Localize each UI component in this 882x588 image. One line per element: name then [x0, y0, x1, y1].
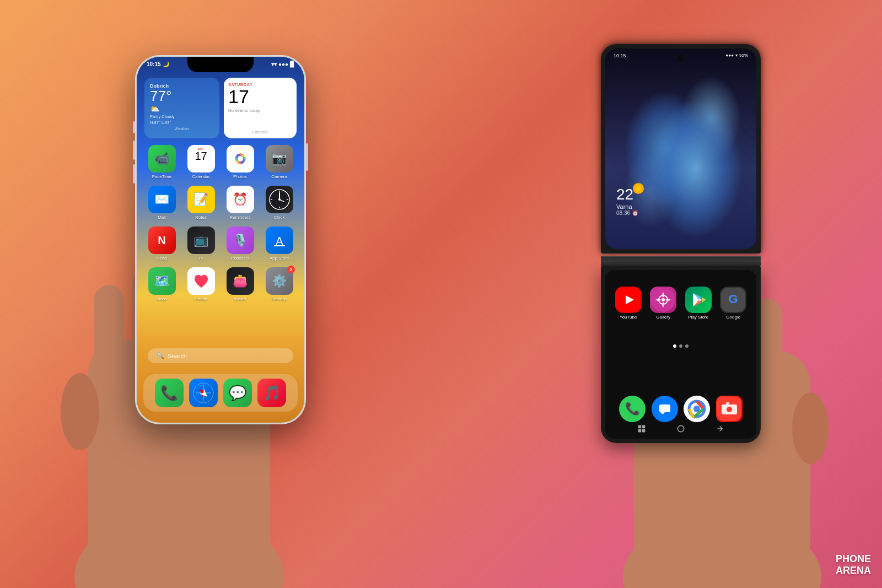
samsung-dock-chrome[interactable]: [684, 396, 710, 422]
app-gallery[interactable]: Gallery: [648, 287, 679, 320]
weather-city: Dobrich: [150, 83, 214, 89]
svg-point-68: [677, 425, 684, 431]
calendar-widget[interactable]: SATURDAY 17 No events today Calendar: [224, 78, 297, 138]
app-calendar[interactable]: SAT 17 Calendar: [185, 145, 217, 179]
iphone-status-bar: 10:15 🌙 ▾▾ ●●● ▉: [137, 61, 304, 67]
calendar-label: Calendar: [228, 130, 292, 134]
samsung-flower-wallpaper: [605, 48, 756, 249]
samsung-dock: 📞: [605, 396, 756, 422]
samsung-recents-btn[interactable]: [714, 423, 725, 434]
tv-icon: 📺: [187, 226, 215, 254]
samsung-back-btn[interactable]: [636, 423, 647, 434]
samsung-weather-time: 08:36 ⏰: [616, 210, 639, 216]
facetime-icon: 📹: [148, 145, 176, 172]
maps-icon: 🗺️: [148, 267, 176, 295]
app-health[interactable]: Health: [185, 267, 217, 301]
app-news[interactable]: N News: [146, 226, 178, 261]
weather-widget[interactable]: Dobrich 77° ⛅ Partly Cloudy H:87° L:63° …: [144, 78, 219, 138]
svg-point-13: [792, 392, 829, 464]
app-tv[interactable]: 📺 TV: [185, 226, 217, 261]
iphone-battery-icon: ▉: [290, 61, 294, 67]
playstore-icon: [685, 287, 712, 313]
app-row-2: ✉️ Mail 📝 Notes ⏰ Reminders: [142, 186, 299, 220]
dock-music-icon[interactable]: 🎵: [257, 379, 286, 407]
svg-rect-67: [642, 429, 645, 433]
app-maps[interactable]: 🗺️ Maps: [146, 267, 178, 301]
samsung-galaxy-z-flip: 10:15 ●●● ▾ 92% 22° Varna 08:36 ⏰: [601, 44, 761, 441]
svg-text:A: A: [276, 235, 283, 247]
app-playstore[interactable]: Play Store: [683, 287, 713, 320]
google-icon: G: [720, 287, 746, 313]
iphone-volume-down-btn[interactable]: [133, 164, 135, 184]
samsung-battery: 92%: [739, 53, 748, 58]
iphone-screen: 10:15 🌙 ▾▾ ●●● ▉ Dobrich 77° ⛅ Partly Cl…: [137, 57, 304, 423]
camera-icon: 📷: [266, 145, 293, 172]
samsung-app-grid: YouTube: [605, 281, 756, 333]
iphone-signal-icon: ●●●: [278, 61, 288, 67]
settings-icon: ⚙️ 2: [266, 267, 293, 295]
app-podcasts[interactable]: 🎙️ Podcasts: [224, 226, 256, 261]
google-label: Google: [726, 315, 740, 320]
svg-rect-64: [638, 425, 641, 429]
app-facetime[interactable]: 📹 FaceTime: [146, 145, 178, 179]
dock-messages-icon[interactable]: 💬: [223, 379, 252, 407]
app-camera[interactable]: 📷 Camera: [263, 145, 295, 179]
weather-highlow: H:87° L:63°: [150, 120, 214, 125]
weather-condition: Partly Cloudy: [150, 114, 214, 119]
samsung-flower-dot: [633, 183, 644, 194]
samsung-upper-screen: 10:15 ●●● ▾ 92% 22° Varna 08:36 ⏰: [605, 48, 756, 249]
weather-temp: 77°: [150, 89, 214, 103]
samsung-lower-screen: YouTube: [605, 270, 756, 439]
dock-safari-icon[interactable]: [189, 379, 218, 407]
app-appstore[interactable]: A App Store: [263, 226, 295, 261]
page-dot-3: [685, 344, 689, 348]
app-notes[interactable]: 📝 Notes: [185, 186, 217, 220]
iphone-app-grid: 📹 FaceTime SAT 17 Calendar: [142, 145, 299, 308]
samsung-dock-phone[interactable]: 📞: [619, 396, 646, 422]
mail-icon: ✉️: [148, 186, 176, 213]
svg-rect-63: [726, 402, 729, 405]
samsung-home-btn[interactable]: [675, 423, 686, 434]
svg-point-21: [238, 156, 243, 161]
samsung-upper-half: 10:15 ●●● ▾ 92% 22° Varna 08:36 ⏰: [601, 44, 761, 253]
dock-phone-icon[interactable]: 📞: [155, 379, 184, 407]
samsung-app-row-1: YouTube: [611, 287, 751, 320]
iphone: 10:15 🌙 ▾▾ ●●● ▉ Dobrich 77° ⛅ Partly Cl…: [135, 55, 306, 424]
iphone-mute-btn[interactable]: [133, 121, 135, 133]
app-wallet[interactable]: 👛 Wallet: [224, 267, 256, 301]
app-youtube[interactable]: YouTube: [613, 287, 643, 320]
app-reminders[interactable]: ⏰ Reminders: [224, 186, 256, 220]
photos-icon: [227, 145, 254, 172]
iphone-power-btn[interactable]: [306, 143, 308, 171]
iphone-volume-up-btn[interactable]: [133, 141, 135, 160]
svg-point-62: [727, 407, 732, 412]
samsung-lower-half: YouTube: [601, 266, 761, 443]
app-mail[interactable]: ✉️ Mail: [146, 186, 178, 220]
svg-rect-54: [659, 404, 670, 412]
svg-point-45: [662, 298, 665, 301]
samsung-signal-icon: ●●●: [725, 53, 734, 58]
samsung-dock-camera[interactable]: [716, 396, 743, 422]
svg-rect-65: [642, 425, 645, 429]
app-row-1: 📹 FaceTime SAT 17 Calendar: [142, 145, 299, 179]
app-google[interactable]: G Google: [718, 287, 749, 320]
app-photos[interactable]: Photos: [224, 145, 256, 179]
app-settings[interactable]: ⚙️ 2 Settings: [263, 267, 295, 301]
svg-point-6: [61, 373, 99, 450]
svg-text:G: G: [729, 292, 738, 306]
app-clock[interactable]: Clock: [263, 186, 295, 220]
search-label: Search: [168, 353, 187, 359]
calendar-no-events: No events today: [228, 108, 292, 113]
watermark-line2: ARENA: [836, 565, 871, 577]
health-icon: [187, 267, 215, 295]
appstore-icon: A: [266, 226, 293, 254]
svg-point-26: [278, 198, 281, 201]
iphone-search-bar[interactable]: 🔍 Search: [148, 348, 293, 363]
youtube-icon: [615, 287, 642, 313]
samsung-front-camera: [677, 55, 684, 62]
samsung-wifi-icon: ▾: [735, 53, 738, 58]
samsung-navbar: [605, 423, 756, 434]
samsung-dock-messages[interactable]: [652, 396, 678, 422]
settings-badge: 2: [287, 266, 295, 273]
weather-label: Weather: [150, 127, 214, 131]
